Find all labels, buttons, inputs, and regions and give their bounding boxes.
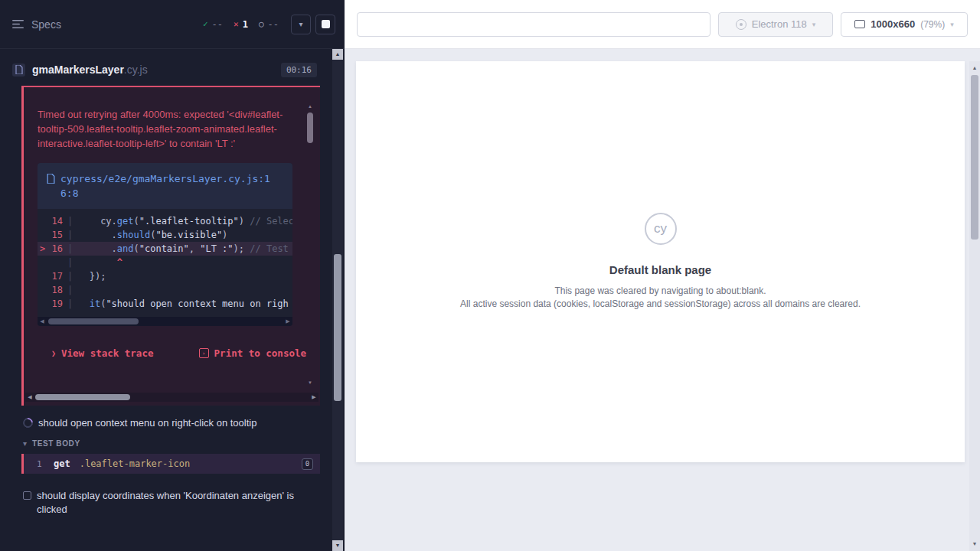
code-frame-hscrollbar[interactable]: ◀ ▶: [38, 317, 292, 326]
command-message: .leaflet-marker-icon: [80, 458, 191, 469]
specs-menu-button[interactable]: Specs: [12, 18, 61, 31]
specs-list-icon: [12, 19, 24, 29]
command-count-badge: 0: [302, 458, 313, 470]
file-icon: [47, 174, 55, 184]
failed-count: 1: [243, 19, 248, 30]
chevron-down-icon: ▾: [299, 21, 302, 28]
spec-file-icon: [12, 64, 25, 77]
reporter-header: Specs ✓ -- ✕ 1 ○ -- ▾: [0, 0, 345, 49]
blank-page-line1: This page was cleared by navigating to a…: [554, 285, 766, 298]
stat-pending[interactable]: ○ --: [259, 19, 279, 30]
header-actions: ▾: [291, 15, 335, 34]
error-message: Timed out retrying after 4000ms: expecte…: [38, 107, 295, 151]
test-body-label: TEST BODY: [32, 439, 80, 448]
error-actions: ❯ View stack trace › Print to console: [51, 347, 306, 359]
cypress-logo: cy: [645, 213, 677, 245]
reporter-sidebar: Specs ✓ -- ✕ 1 ○ -- ▾: [0, 0, 345, 551]
command-log-row[interactable]: 1 get .leaflet-marker-icon 0: [21, 454, 320, 474]
error-hscrollbar[interactable]: ◀ ▶: [25, 393, 318, 402]
browser-selector[interactable]: Electron 118 ▾: [718, 12, 833, 37]
scroll-down-icon[interactable]: ▼: [332, 540, 343, 551]
viewport-zoom: (79%): [920, 19, 945, 30]
main-vscroll-thumb[interactable]: [971, 75, 978, 240]
chevron-down-icon: ▾: [23, 439, 27, 448]
spec-timer: 00:16: [281, 63, 317, 77]
reporter-vscrollbar[interactable]: ▲ ▼: [332, 49, 343, 551]
code-frame-hscroll-thumb[interactable]: [48, 318, 139, 324]
test-error-region: Timed out retrying after 4000ms: expecte…: [21, 86, 320, 406]
error-hscroll-thumb[interactable]: [35, 394, 130, 400]
blank-page-title: Default blank page: [609, 263, 711, 276]
circle-icon: ○: [259, 19, 264, 29]
chevron-down-icon: ▾: [812, 21, 816, 28]
browser-label: Electron 118: [752, 18, 807, 30]
reporter-vscroll-thumb[interactable]: [334, 254, 341, 401]
aut-toolbar: Electron 118 ▾ 1000x660 (79%) ▾: [345, 0, 980, 49]
cypress-app: Specs ✓ -- ✕ 1 ○ -- ▾: [0, 0, 980, 551]
chevron-right-icon: ❯: [51, 349, 56, 357]
passed-count: --: [212, 19, 223, 30]
chevron-down-icon: ▾: [950, 21, 954, 28]
view-stack-trace-label: View stack trace: [61, 347, 153, 359]
console-icon: ›: [199, 348, 209, 358]
test-body-section[interactable]: ▾ TEST BODY: [0, 439, 332, 448]
view-stack-trace-button[interactable]: ❯ View stack trace: [51, 347, 153, 359]
code-frame-header: cypress/e2e/gmaMarkersLayer.cy.js:16:8: [38, 163, 292, 209]
test-item-running[interactable]: should open context menu on right-click …: [0, 416, 332, 430]
scroll-up-icon[interactable]: ▲: [969, 63, 980, 73]
queued-test-icon: [23, 491, 31, 500]
stat-failed[interactable]: ✕ 1: [234, 19, 248, 30]
aut-iframe-blank-page: cy Default blank page This page was clea…: [356, 61, 965, 462]
viewport-size: 1000x660: [871, 18, 915, 30]
stat-passed[interactable]: ✓ --: [203, 19, 223, 30]
collapse-tests-button[interactable]: ▾: [291, 15, 311, 34]
running-spinner-icon: [21, 416, 34, 429]
error-inner: Timed out retrying after 4000ms: expecte…: [24, 87, 301, 359]
command-name: get: [54, 458, 70, 469]
test-title[interactable]: should open context menu on right-click …: [38, 416, 256, 430]
scroll-up-icon[interactable]: ▲: [332, 49, 343, 60]
print-to-console-label: Print to console: [214, 347, 306, 359]
print-to-console-button[interactable]: › Print to console: [199, 347, 306, 359]
reporter-content: gmaMarkersLayer .cy.js 00:16 Timed out r…: [0, 49, 332, 551]
pending-count: --: [268, 19, 279, 30]
url-input[interactable]: [357, 12, 710, 37]
scroll-up-icon[interactable]: ▲: [306, 103, 314, 110]
scroll-left-icon[interactable]: ◀: [25, 393, 34, 402]
aut-area: Electron 118 ▾ 1000x660 (79%) ▾ cy Defau…: [345, 0, 980, 551]
test-title[interactable]: should display coordinates when 'Koordin…: [37, 489, 297, 517]
spec-header: gmaMarkersLayer .cy.js 00:16: [0, 54, 332, 86]
error-vscroll-thumb[interactable]: [307, 112, 313, 143]
scroll-right-icon[interactable]: ▶: [283, 317, 292, 326]
code-frame-file-link[interactable]: cypress/e2e/gmaMarkersLayer.cy.js:16:8: [60, 171, 276, 201]
viewport-icon: [854, 20, 865, 28]
scroll-down-icon[interactable]: ▼: [306, 379, 314, 386]
viewport-selector[interactable]: 1000x660 (79%) ▾: [841, 12, 968, 37]
stop-run-button[interactable]: [315, 15, 335, 34]
x-icon: ✕: [234, 19, 239, 29]
electron-icon: [736, 19, 746, 30]
scroll-right-icon[interactable]: ▶: [309, 393, 318, 402]
specs-label: Specs: [31, 18, 61, 31]
main-vscrollbar[interactable]: ▲ ▼: [969, 61, 980, 551]
run-stats: ✓ -- ✕ 1 ○ --: [203, 19, 279, 30]
check-icon: ✓: [203, 19, 208, 29]
error-vscrollbar[interactable]: ▲ ▼: [306, 103, 314, 386]
code-frame-lines: 14| cy.get(".leaflet-tooltip") // Selec1…: [38, 209, 292, 317]
spec-name[interactable]: gmaMarkersLayer: [32, 64, 124, 76]
scroll-down-icon[interactable]: ▼: [969, 539, 980, 549]
code-frame: cypress/e2e/gmaMarkersLayer.cy.js:16:8 1…: [38, 163, 292, 326]
blank-page-line2: All active session data (cookies, localS…: [460, 298, 861, 311]
spec-extension: .cy.js: [124, 64, 148, 76]
scroll-left-icon[interactable]: ◀: [38, 317, 47, 326]
test-item-queued[interactable]: should display coordinates when 'Koordin…: [0, 489, 332, 517]
stop-icon: [322, 20, 330, 28]
command-number: 1: [37, 459, 47, 469]
